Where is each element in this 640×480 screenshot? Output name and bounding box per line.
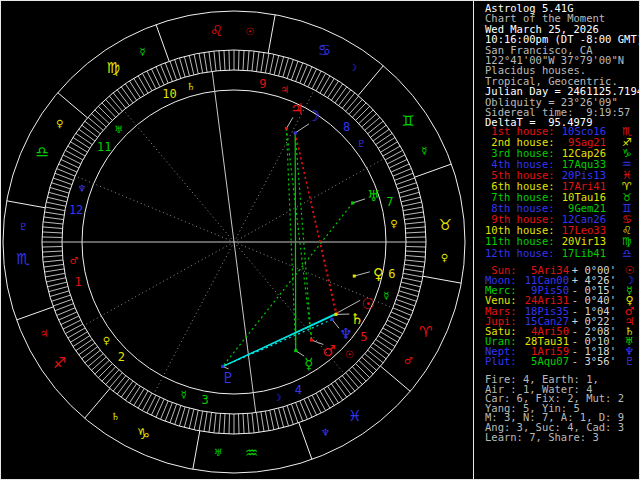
venus-position-marker [353,275,356,278]
jupiter-ruler-icon: ♃ [39,328,48,339]
degree-tick [405,264,425,267]
uranus-house-ruler-icon: ♅ [114,124,123,135]
moon-position-marker [294,131,297,134]
house-label: 12th house: [485,247,555,259]
degree-tick [385,150,403,160]
house-cusp-value: 17Lib41 [555,247,606,259]
degree-tick [219,51,221,71]
degree-tick [224,50,225,70]
degree-tick [43,222,63,224]
house-cusp-spoke-2 [84,242,234,326]
degree-tick [362,357,377,370]
aspect-line-moon-mars [295,133,311,340]
degree-tick [102,103,116,118]
house-number-9: 9 [259,77,266,91]
degree-tick [138,391,148,408]
degree-tick [365,117,380,130]
gemini-sign-icon: ♊ [402,112,415,130]
sign-boundary-line [7,201,45,208]
degree-tick [342,376,355,392]
degree-tick [51,295,70,301]
moon-ruler-icon: ☽ [348,62,357,73]
aspect-line-neptune-pluto [223,319,332,366]
degree-tick [125,384,136,400]
degree-tick [42,251,62,252]
degree-tick [239,414,240,434]
degree-tick [113,376,126,392]
degree-tick [70,332,87,342]
degree-tick [219,413,221,433]
degree-tick [179,407,185,426]
degree-tick [151,69,160,87]
neptune-planet-icon: ♆ [339,325,352,343]
degree-tick [252,51,254,71]
info-panel: Astrolog 5.41GChart of the MomentWed Mar… [479,1,639,479]
degree-tick [376,133,392,144]
planet-position-table: Sun: 5Ari34+ 0°00'☉Moon:11Can00+ 4°26'☽M… [485,264,637,365]
degree-tick [331,384,342,400]
degree-tick [349,99,362,114]
degree-tick [63,320,81,329]
degree-tick [229,50,230,70]
mercury-house-ruler-icon: ☿ [383,290,389,301]
house-number-2: 2 [118,350,125,364]
sign-boundary-line [58,93,88,118]
pluto-house-ruler-icon: ♇ [357,138,366,149]
aries-sign-icon: ♈ [419,323,432,341]
house-row-9: 9th house:12Can26♋ [485,213,635,224]
uranus-position-marker [351,201,354,204]
sign-boundary-line [423,276,461,283]
degree-tick [381,332,398,342]
degree-tick [224,414,225,434]
sun-ruler-icon: ☉ [245,26,254,37]
degree-tick [335,87,347,103]
planet-row-venu: Venu:24Ari31- 0°40'♀ [485,294,637,304]
saturn-position-marker [334,313,337,316]
degree-tick [383,146,400,156]
degree-tick [106,99,119,114]
libra-icon: ♎ [619,247,635,260]
neptune-position-marker [331,318,334,321]
degree-tick [256,52,259,72]
house-number-8: 8 [343,120,350,134]
degree-tick [403,273,423,277]
degree-tick [243,414,244,434]
degree-tick [365,354,380,367]
degree-tick [47,197,66,202]
degree-tick [274,409,279,428]
element-summary-block: Fire: 4, Earth: 1,Air : 1, Water: 4Car: … [485,375,624,442]
sign-boundary-line [415,164,452,177]
degree-tick [373,343,389,355]
degree-tick [331,84,342,100]
degree-tick [328,81,339,98]
degree-tick [42,237,62,238]
saturn-ruler-icon: ♄ [111,411,120,422]
degree-tick [356,106,370,120]
mercury-planet-icon: ☿ [304,355,313,373]
degree-tick [352,103,366,118]
degree-tick [79,129,95,141]
degree-tick [316,393,326,411]
house-row-6: 6th house:17Ari41♈ [485,180,635,191]
degree-tick [399,187,418,193]
planet-label: Plut: [485,355,518,367]
jupiter-pointer-line [286,117,293,128]
house-cusp-spoke-11 [124,110,234,242]
degree-tick [401,282,420,287]
degree-tick [279,408,284,427]
panel-divider [473,1,474,479]
degree-tick [129,386,140,403]
astrolog-window: ♈♂♉♀♊☿♋☽♌☉♍☿♎♀♏♇♐♃♑♄♒♅♓♆1♂2♀3☿4☽5☉6☿7♀8♇… [0,0,640,480]
degree-tick [68,328,85,338]
house-row-5: 5th house:20Pis13♓ [485,169,635,180]
mars-house-ruler-icon: ♂ [70,255,79,266]
aquarius-sign-icon: ♒ [245,444,258,462]
degree-tick [179,58,185,77]
degree-tick [175,59,181,78]
degree-tick [102,367,116,382]
leo-sign-icon: ♌ [210,22,223,40]
degree-tick [324,78,334,95]
degree-tick [401,197,420,202]
degree-tick [214,51,216,71]
neptune-house-ruler-icon: ♆ [78,183,87,194]
